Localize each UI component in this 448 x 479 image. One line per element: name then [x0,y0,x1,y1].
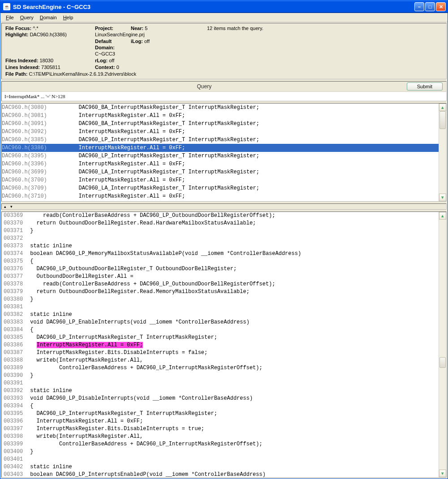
line-number: 003399 [2,440,27,448]
file-focus-label: File Focus: [5,26,31,31]
near-value: 5 [145,26,147,31]
line-number: 003381 [2,303,27,311]
scroll-down-icon[interactable]: ▾ [439,194,446,201]
default-domain-value: C~GCC3 [95,51,115,56]
context-value: 0 [116,65,119,70]
line-text: return OutboundDoorBellRegister.Read.Mem… [27,288,250,296]
code-view[interactable]: 003369 readb(ControllerBaseAddress + DAC… [2,212,446,478]
result-row[interactable]: DAC960.h(3709) DAC960_LA_InterruptMaskRe… [2,184,446,192]
result-location: DAC960.h(3081) [2,112,69,120]
code-line: 003373 static inline [2,242,446,250]
code-line: 003390 } [2,372,446,380]
result-row[interactable]: DAC960.h(3092) InterruptMaskRegister.All… [2,128,446,136]
scroll-thumb[interactable] [439,357,446,368]
result-row[interactable]: DAC960.h(3710) InterruptMaskRegister.All… [2,192,446,200]
code-line: 003376 DAC960_LP_OutboundDoorBellRegiste… [2,265,446,273]
line-text: writeb(InterruptMaskRegister.All, [27,357,143,364]
code-line: 003392 static inline [2,387,446,395]
line-text: InterruptMaskRegister.All = 0xFF; [27,341,143,349]
context-label: Context: [95,65,115,70]
result-row[interactable]: DAC960.h(3081) InterruptMaskRegister.All… [2,112,446,120]
file-path-value: C:\TEMP\LinuxKernal\linux-2.6.19.2\drive… [29,71,137,77]
result-row[interactable]: DAC960.h(3385) DAC960_LP_InterruptMaskRe… [2,136,446,144]
results-list[interactable]: DAC960.h(3080) DAC960_BA_InterruptMaskRe… [2,104,446,200]
menu-domain[interactable]: Domain [37,14,60,21]
query-panel: Query Submit I=InterruptMask* ... '=' N>… [1,81,447,101]
code-line: 003370 return OutboundDoorBellRegister.R… [2,220,446,227]
menu-query[interactable]: Query [17,14,36,21]
result-location: DAC960.h(3710) [2,192,69,200]
result-row[interactable]: DAC960.h(3395) DAC960_LP_InterruptMaskRe… [2,152,446,160]
scroll-up-icon[interactable]: ▴ [439,104,446,111]
splitter-up-icon[interactable]: ▴ [2,204,8,209]
code-line: 003397 InterruptMaskRegister.Bits.Disabl… [2,425,446,433]
rlog-label: rLog: [95,58,108,63]
line-text: static inline [27,463,72,471]
code-line: 003369 readb(ControllerBaseAddress + DAC… [2,212,446,220]
menu-file[interactable]: File [3,14,17,21]
submit-button[interactable]: Submit [407,82,443,91]
code-line: 003384 { [2,326,446,334]
result-row[interactable]: DAC960.h(3080) DAC960_BA_InterruptMaskRe… [2,104,446,112]
line-number: 003392 [2,387,27,395]
code-line: 003382 static inline [2,311,446,319]
line-number: 003371 [2,227,27,235]
code-line: 003371 } [2,227,446,235]
highlight-label: Highlight: [5,32,28,37]
scroll-up-icon[interactable]: ▴ [439,212,446,220]
code-line: 003389 ControllerBaseAddress + DAC960_LP… [2,364,446,372]
code-scrollbar[interactable]: ▴ ▾ [439,212,446,477]
line-text: InterruptMaskRegister.Bits.DisableInterr… [27,349,207,357]
splitter[interactable]: ▴ ▾ [1,203,447,210]
result-location: DAC960.h(3091) [2,120,69,128]
line-number: 003403 [2,471,27,478]
scroll-thumb[interactable] [439,111,446,129]
code-line: 003395 DAC960_LP_InterruptMaskRegister_T… [2,410,446,418]
line-text: } [27,448,33,456]
code-line: 003399 ControllerBaseAddress + DAC960_LP… [2,440,446,448]
line-text: readb(ControllerBaseAddress + DAC960_LP_… [27,280,276,288]
menubar: File Query Domain Help [0,13,448,22]
line-text: static inline [27,387,72,395]
code-line: 003398 writeb(InterruptMaskRegister.All, [2,433,446,440]
result-location: DAC960.h(3092) [2,128,69,136]
ilog-value: off [144,39,150,44]
result-code: DAC960_BA_InterruptMaskRegister_T Interr… [69,120,259,128]
line-number: 003383 [2,319,27,326]
result-code: InterruptMaskRegister.All = 0xFF; [69,144,185,152]
file-focus-value: ^.* [33,26,39,31]
line-number: 003375 [2,258,27,265]
minimize-button[interactable]: – [414,2,424,11]
titlebar[interactable]: ☕ SD SearchEngine - C~GCC3 – □ ✕ [0,0,448,13]
result-code: DAC960_LA_InterruptMaskRegister_T Interr… [69,168,259,176]
close-button[interactable]: ✕ [436,2,446,11]
result-row[interactable]: DAC960.h(3699) DAC960_LA_InterruptMaskRe… [2,168,446,176]
code-pane: 003369 readb(ControllerBaseAddress + DAC… [1,211,447,478]
result-row[interactable]: DAC960.h(3386) InterruptMaskRegister.All… [2,144,446,152]
result-code: InterruptMaskRegister.All = 0xFF; [69,160,185,168]
result-row[interactable]: DAC960.h(3396) InterruptMaskRegister.All… [2,160,446,168]
line-number: 003377 [2,273,27,280]
result-code: InterruptMaskRegister.All = 0xFF; [69,128,185,136]
result-row[interactable]: DAC960.h(3091) DAC960_BA_InterruptMaskRe… [2,120,446,128]
results-scrollbar[interactable]: ▴ ▾ [439,104,446,201]
line-number: 003379 [2,288,27,296]
project-label: Project: [95,26,113,31]
query-input[interactable]: I=InterruptMask* ... '=' N>128 [2,91,446,101]
maximize-button[interactable]: □ [425,2,435,11]
splitter-down-icon[interactable]: ▾ [8,204,14,209]
code-line: 003378 readb(ControllerBaseAddress + DAC… [2,280,446,288]
line-number: 003382 [2,311,27,319]
scroll-down-icon[interactable]: ▾ [439,470,446,477]
line-text: void DAC960_LP_EnableInterrupts(void __i… [27,319,250,326]
menu-help[interactable]: Help [60,14,76,21]
line-number: 003369 [2,212,27,220]
result-location: DAC960.h(3709) [2,184,69,192]
line-number: 003393 [2,395,27,402]
result-code: InterruptMaskRegister.All = 0xFF; [69,176,185,184]
result-row[interactable]: DAC960.h(3700) InterruptMaskRegister.All… [2,176,446,184]
files-indexed-value: 18030 [39,58,53,63]
line-text: boolean DAC960_LP_MemoryMailboxStatusAva… [27,250,301,258]
line-number: 003376 [2,265,27,273]
match-message: 12 items match the query. [207,25,443,38]
